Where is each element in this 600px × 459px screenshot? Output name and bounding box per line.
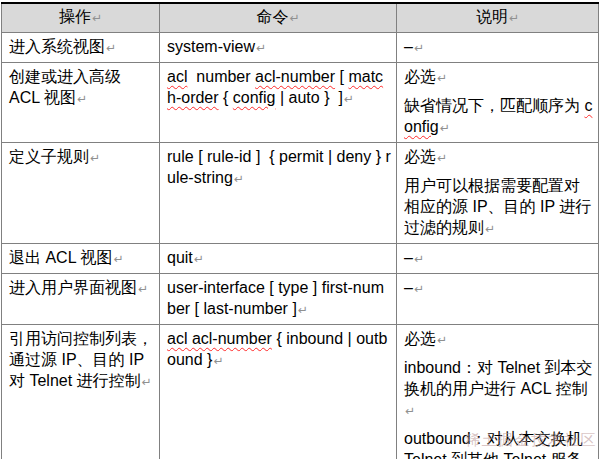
table-row: 创建或进入高级 ACL 视图↵acl number acl-number [ m… (2, 62, 599, 142)
paragraph-mark-icon: ↵ (414, 41, 424, 55)
description-cell: –↵ (397, 32, 599, 62)
spellcheck-underlined-text: acl (167, 68, 187, 85)
paragraph-mark-icon: ↵ (437, 333, 447, 347)
cell-paragraph: 进入用户界面视图↵ (9, 277, 154, 300)
document-page: 操作↵ 命令↵ 说明↵ 进入系统视图↵system-view↵–↵创建或进入高级… (0, 0, 600, 459)
command-cell: user-interface [ type ] first-number [ l… (160, 273, 397, 324)
cell-paragraph: –↵ (404, 247, 593, 270)
table-row: 引用访问控制列表，通过源 IP、目的 IP 对 Telnet 进行控制↵acl … (2, 324, 599, 459)
cell-text: 进入用户界面视图 (9, 279, 137, 296)
description-cell: –↵ (397, 273, 599, 324)
cell-text: user-interface [ type ] first-number [ l… (167, 279, 384, 317)
operation-cell: 定义子规则↵ (2, 142, 160, 243)
operation-cell: 创建或进入高级 ACL 视图↵ (2, 62, 160, 142)
cell-paragraph: 必选↵ (404, 328, 593, 351)
operation-cell: 退出 ACL 视图↵ (2, 243, 160, 273)
header-command: 命令↵ (160, 3, 397, 32)
paragraph-mark-icon: ↵ (414, 252, 424, 266)
paragraph-mark-icon: ↵ (485, 222, 495, 236)
cell-paragraph: 定义子规则↵ (9, 146, 154, 169)
paragraph-mark-icon: ↵ (77, 92, 87, 106)
cell-paragraph: acl number acl-number [ match-order { co… (167, 66, 391, 110)
paragraph-mark-icon: ↵ (194, 252, 204, 266)
cell-paragraph: 用户可以根据需要配置对相应的源 IP、目的 IP 进行过滤的规则↵ (404, 175, 593, 240)
header-operation-label: 操作 (59, 8, 91, 25)
header-description: 说明↵ (397, 3, 599, 32)
paragraph-mark-icon: ↵ (509, 11, 519, 25)
description-cell: 必选↵缺省情况下，匹配顺序为 config↵ (397, 62, 599, 142)
spellcheck-underlined-text: config (233, 89, 276, 106)
cell-text: 创建或进入高级 ACL 视图 (9, 68, 121, 106)
paragraph-mark-icon: ↵ (437, 151, 447, 165)
description-cell: 必选↵用户可以根据需要配置对相应的源 IP、目的 IP 进行过滤的规则↵ (397, 142, 599, 243)
paragraph-mark-icon: ↵ (142, 375, 152, 389)
cell-text: 用户可以根据需要配置对相应的源 IP、目的 IP 进行过滤的规则 (404, 177, 591, 236)
paragraph-mark-icon: ↵ (138, 282, 148, 296)
command-cell: system-view↵ (160, 32, 397, 62)
cell-text: – (404, 279, 413, 296)
paragraph-mark-icon: ↵ (414, 282, 424, 296)
paragraph-mark-icon: ↵ (298, 303, 308, 317)
cell-text: 必选 (404, 330, 436, 347)
command-cell: rule [ rule-id ] { permit | deny } rule-… (160, 142, 397, 243)
cell-text: – (404, 38, 413, 55)
cell-text: – (404, 249, 413, 266)
cell-text: quit (167, 249, 193, 266)
paragraph-mark-icon: ↵ (92, 11, 102, 25)
command-cell: acl number acl-number [ match-order { co… (160, 62, 397, 142)
spellcheck-underlined-text: acl acl-number (167, 330, 272, 347)
cell-text: 必选 (404, 148, 436, 165)
cell-text: { (219, 89, 233, 106)
paragraph-mark-icon: ↵ (106, 41, 116, 55)
paragraph-mark-icon: ↵ (213, 354, 223, 368)
paragraph-mark-icon: ↵ (289, 11, 299, 25)
cell-paragraph: rule [ rule-id ] { permit | deny } rule-… (167, 146, 391, 190)
header-description-label: 说明 (476, 8, 508, 25)
table-row: 退出 ACL 视图↵quit↵–↵ (2, 243, 599, 273)
cell-paragraph: outbound：对从本交换机 Telnet 到其他 Telnet 服务器的用户… (404, 428, 593, 459)
spellcheck-underlined-text: acl-number (255, 68, 335, 85)
paragraph-mark-icon: ↵ (437, 71, 447, 85)
cell-paragraph: 创建或进入高级 ACL 视图↵ (9, 66, 154, 110)
cell-paragraph: system-view↵ (167, 36, 391, 59)
paragraph-mark-icon: ↵ (234, 172, 244, 186)
header-command-label: 命令 (256, 8, 288, 25)
acl-command-table: 操作↵ 命令↵ 说明↵ 进入系统视图↵system-view↵–↵创建或进入高级… (1, 2, 599, 459)
cell-text: 引用访问控制列表，通过源 IP、目的 IP 对 Telnet 进行控制 (9, 330, 153, 389)
cell-text: 必选 (404, 68, 436, 85)
command-cell: acl acl-number { inbound | outbound }↵ (160, 324, 397, 459)
description-cell: 必选↵inbound：对 Telnet 到本交换机的用户进行 ACL 控制↵ou… (397, 324, 599, 459)
cell-paragraph: 必选↵ (404, 146, 593, 169)
paragraph-mark-icon: ↵ (344, 92, 354, 106)
paragraph-mark-icon: ↵ (405, 404, 415, 418)
cell-text: rule [ rule-id ] { permit | deny } rule-… (167, 148, 391, 186)
cell-text: 缺省情况下，匹配顺序为 (404, 97, 584, 114)
paragraph-mark-icon: ↵ (440, 121, 450, 135)
cell-paragraph: user-interface [ type ] first-number [ l… (167, 277, 391, 321)
cell-paragraph: inbound：对 Telnet 到本交换机的用户进行 ACL 控制↵ (404, 357, 593, 422)
cell-text: inbound：对 Telnet 到本交换机的用户进行 ACL 控制 (404, 359, 593, 397)
header-operation: 操作↵ (2, 3, 160, 32)
table-row: 进入用户界面视图↵user-interface [ type ] first-n… (2, 273, 599, 324)
operation-cell: 引用访问控制列表，通过源 IP、目的 IP 对 Telnet 进行控制↵ (2, 324, 160, 459)
cell-paragraph: 引用访问控制列表，通过源 IP、目的 IP 对 Telnet 进行控制↵ (9, 328, 154, 393)
command-cell: quit↵ (160, 243, 397, 273)
cell-text: 退出 ACL 视图 (9, 249, 112, 266)
paragraph-mark-icon: ↵ (90, 151, 100, 165)
cell-text: number (187, 68, 255, 85)
operation-cell: 进入用户界面视图↵ (2, 273, 160, 324)
cell-paragraph: acl acl-number { inbound | outbound }↵ (167, 328, 391, 372)
table-row: 定义子规则↵rule [ rule-id ] { permit | deny }… (2, 142, 599, 243)
paragraph-mark-icon: ↵ (113, 252, 123, 266)
cell-text: outbound：对从本交换机 Telnet 到其他 Telnet 服务器的用户… (404, 430, 583, 459)
operation-cell: 进入系统视图↵ (2, 32, 160, 62)
cell-text: [ (335, 68, 348, 85)
cell-paragraph: 退出 ACL 视图↵ (9, 247, 154, 270)
table-body: 进入系统视图↵system-view↵–↵创建或进入高级 ACL 视图↵acl … (2, 32, 599, 459)
cell-text: | auto } ] (276, 89, 343, 106)
cell-paragraph: 进入系统视图↵ (9, 36, 154, 59)
cell-text: system-view (167, 38, 255, 55)
cell-paragraph: 缺省情况下，匹配顺序为 config↵ (404, 95, 593, 139)
cell-paragraph: –↵ (404, 277, 593, 300)
table-header-row: 操作↵ 命令↵ 说明↵ (2, 3, 599, 32)
